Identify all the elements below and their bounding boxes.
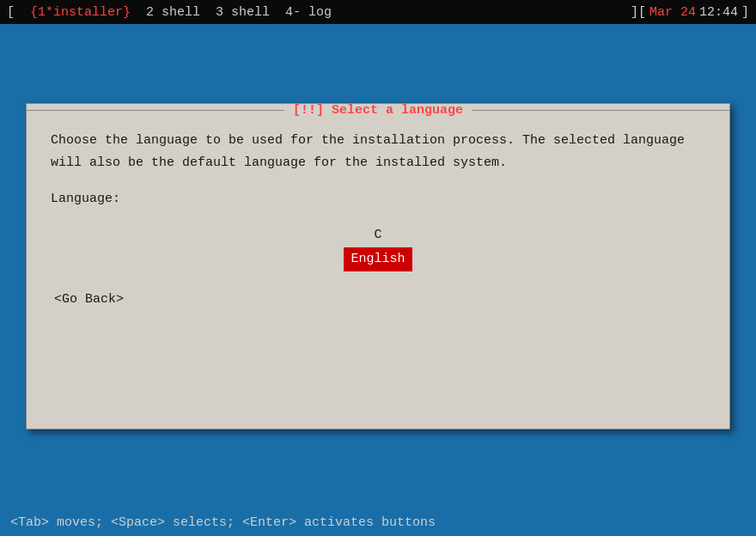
language-option-english[interactable]: English	[344, 247, 412, 271]
tab-log-4[interactable]: 4- log	[285, 5, 332, 20]
language-label: Language:	[51, 189, 705, 210]
bottom-hint: <Tab> moves; <Space> selects; <Enter> ac…	[10, 515, 436, 530]
time-display: 12:44	[699, 5, 738, 20]
language-option-c[interactable]: C	[367, 223, 388, 247]
bottom-bar: <Tab> moves; <Space> selects; <Enter> ac…	[0, 509, 756, 536]
dialog-title-bar: [!!] Select a language	[27, 103, 729, 118]
bracket-right-close: ]	[741, 5, 749, 20]
bracket-right-open: ][	[631, 5, 646, 20]
main-area: [!!] Select a language Choose the langua…	[0, 24, 756, 509]
dialog-box: [!!] Select a language Choose the langua…	[26, 103, 730, 429]
dialog-content: Choose the language to be used for the i…	[27, 104, 729, 331]
tab-shell-2[interactable]: 2 shell	[146, 5, 200, 20]
tab-installer[interactable]: {1*installer}	[30, 5, 131, 20]
description-text: Choose the language to be used for the i…	[51, 130, 705, 174]
buttons-row: <Go Back>	[51, 292, 705, 307]
tab-shell-3[interactable]: 3 shell	[216, 5, 270, 20]
top-bar: [ {1*installer} 2 shell 3 shell 4- log ]…	[0, 0, 756, 24]
dialog-title-line-left	[27, 110, 284, 111]
top-bar-right: ][ Mar 24 12:44 ]	[631, 5, 749, 20]
bracket-left: [	[7, 5, 15, 20]
date-display: Mar 24	[649, 5, 696, 20]
top-bar-left: [ {1*installer} 2 shell 3 shell 4- log	[7, 5, 332, 20]
go-back-button[interactable]: <Go Back>	[54, 292, 124, 307]
language-list: C English	[51, 223, 705, 271]
dialog-title-line-right	[472, 110, 729, 111]
dialog-title: [!!] Select a language	[284, 103, 472, 118]
